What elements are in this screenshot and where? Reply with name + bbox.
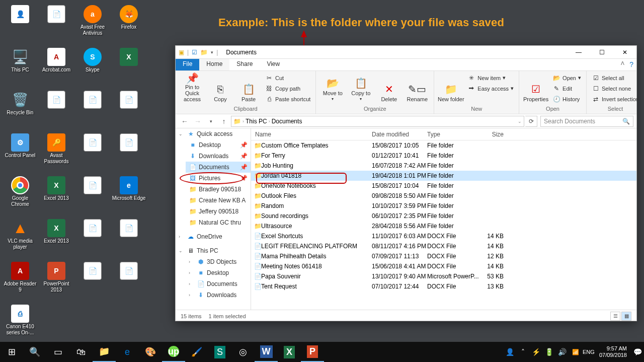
nav-downloads[interactable]: ›⬇Downloads — [186, 289, 251, 301]
nav-this-pc[interactable]: ⌄🖥This PC — [176, 245, 251, 256]
task-view-button[interactable]: ▭ — [46, 342, 69, 362]
taskbar-explorer[interactable]: 📁 — [93, 342, 116, 362]
taskbar-sway[interactable]: S — [208, 342, 231, 362]
properties-button[interactable]: ☑Properties — [522, 72, 549, 102]
col-name[interactable]: Name — [251, 131, 372, 138]
new-item-button[interactable]: ✳New item ▾ — [465, 73, 516, 83]
qat-dropdown-icon[interactable]: ▾ — [211, 50, 213, 55]
desktop-icon-recycle-bin[interactable]: 🗑️Recycle Bin — [2, 88, 38, 130]
taskbar-paint3d[interactable]: 🎨 — [139, 342, 162, 362]
rename-button[interactable]: ✎▭Rename — [404, 72, 431, 102]
history-button[interactable]: 🕘History — [550, 94, 583, 104]
select-all-button[interactable]: ☑Select all — [590, 73, 641, 83]
taskbar-store[interactable]: 🛍 — [69, 342, 93, 362]
tray-wifi-icon[interactable]: 📶 — [569, 349, 582, 355]
tray-people-icon[interactable]: 👤 — [504, 348, 517, 356]
tray-notifications-icon[interactable]: 💬 — [631, 348, 644, 356]
file-row[interactable]: 📁Sound recordings06/10/2017 2:35 PMFile … — [251, 211, 636, 221]
nav-3d-objects[interactable]: ›⬢3D Objects — [186, 256, 251, 267]
edit-button[interactable]: ✎Edit — [550, 84, 583, 93]
nav-quick-access[interactable]: ⌄★Quick access — [176, 128, 251, 139]
file-row[interactable]: 📄Meeting Notes 06141815/06/2018 4:41 AMD… — [251, 261, 636, 271]
desktop-icon-avast-passwords[interactable]: 🔑Avast Passwords — [38, 130, 74, 173]
desktop-icon[interactable]: 📄 — [111, 259, 147, 302]
desktop-icon[interactable]: 📄 — [111, 216, 147, 259]
desktop-icon-avast[interactable]: aAvast Free Antivirus — [74, 2, 111, 45]
desktop-icon-powerpoint[interactable]: PPowerPoint 2013 — [38, 259, 74, 302]
tray-volume-icon[interactable]: 🔊 — [556, 348, 569, 356]
desktop-icon[interactable]: 📄 — [74, 173, 111, 216]
refresh-button[interactable]: ⟳ — [525, 116, 537, 127]
desktop-icon[interactable]: 📄 — [74, 88, 111, 130]
open-button[interactable]: 📂Open ▾ — [550, 73, 583, 83]
copy-path-button[interactable]: ⛓Copy path — [263, 84, 312, 93]
ribbon-collapse-icon[interactable]: ᐱ — [619, 59, 626, 70]
col-type[interactable]: Type — [427, 131, 484, 138]
file-row[interactable]: 📁OneNote Notebooks15/08/2017 10:04File f… — [251, 181, 636, 191]
file-row[interactable]: 📄Tent Request07/10/2017 12:44DOCX File13… — [251, 281, 636, 292]
tray-clock[interactable]: 9:57 AM 07/09/2018 — [595, 345, 631, 358]
nav-desktop[interactable]: ›■Desktop — [186, 267, 251, 278]
tab-view[interactable]: View — [260, 59, 287, 70]
nav-folder[interactable]: 📁Jeffery 090518 — [186, 206, 251, 217]
desktop-icon[interactable]: 📄 — [74, 259, 111, 302]
forward-button[interactable]: → — [192, 116, 204, 127]
column-headers[interactable]: Name Date modified Type Size — [251, 128, 636, 140]
view-icons-button[interactable]: ▦ — [621, 312, 631, 321]
col-size[interactable]: Size — [484, 131, 514, 138]
file-row[interactable]: 📁Random10/10/2017 3:59 PMFile folder — [251, 201, 636, 211]
close-button[interactable]: ✕ — [613, 46, 636, 59]
tray-chevron-up-icon[interactable]: ˄ — [517, 348, 530, 356]
file-row[interactable]: 📁For Terry01/12/2017 10:41File folder — [251, 151, 636, 161]
desktop-icon-edge[interactable]: eMicrosoft Edge — [111, 173, 147, 216]
view-details-button[interactable]: ☰ — [610, 312, 620, 321]
chevron-down-icon[interactable]: ⌄ — [518, 119, 522, 124]
nav-onedrive[interactable]: ›☁OneDrive — [176, 231, 251, 242]
invert-selection-button[interactable]: ⇄Invert selection — [590, 94, 641, 104]
file-row[interactable]: 📁Outlook Files09/08/2018 5:50 AMFile fol… — [251, 191, 636, 201]
delete-button[interactable]: ✕Delete — [375, 72, 403, 102]
file-row[interactable]: 📁Custom Office Templates15/08/2017 10:05… — [251, 140, 636, 151]
nav-documents[interactable]: ›📄Documents — [186, 278, 251, 289]
taskbar[interactable]: ⊞ 🔍 ▭ 🛍 📁 e 🎨 up 🖌️ S ◎ W X P 👤 ˄ ⚡ 🔋 🔊 … — [0, 342, 644, 362]
search-input[interactable]: Search Documents🔍 — [540, 116, 633, 127]
desktop-icon[interactable]: 📄 — [74, 216, 111, 259]
breadcrumb[interactable]: Documents — [272, 118, 302, 125]
file-row[interactable]: 📄Papa Souvenir13/10/2017 9:40 AMMicrosof… — [251, 271, 636, 281]
taskbar-word[interactable]: W — [255, 342, 278, 362]
recent-dropdown[interactable]: ▾ — [205, 116, 217, 127]
select-none-button[interactable]: ☐Select none — [590, 84, 641, 93]
address-bar[interactable]: 📁 › This PC › Documents ⌄ — [231, 116, 524, 127]
file-row[interactable]: 📁Ultrasource28/04/2018 5:56 AMFile folde… — [251, 221, 636, 231]
desktop-icon[interactable]: 📄 — [38, 2, 74, 45]
desktop-icon[interactable]: 📄 — [111, 130, 147, 173]
desktop-icon-chrome[interactable]: Google Chrome — [2, 173, 38, 216]
desktop-icon-excel[interactable]: XExcel 2013 — [38, 173, 74, 216]
breadcrumb[interactable]: This PC — [246, 118, 267, 125]
file-row[interactable]: 📄LEGIT FREELANCING PLATFORM08/11/2017 4:… — [251, 241, 636, 251]
nav-downloads[interactable]: ⬇Downloads📌 — [186, 151, 251, 162]
tray-charging-icon[interactable]: ⚡ — [530, 348, 543, 356]
properties-icon[interactable]: ☑ — [192, 49, 197, 56]
maximize-button[interactable]: ☐ — [590, 46, 613, 59]
file-row[interactable]: 📁Jordan 04181819/04/2018 1:01 PMFile fol… — [251, 171, 636, 181]
copy-button[interactable]: ⎘Copy — [207, 72, 234, 102]
file-row[interactable]: 📄Excel Shortcuts11/10/2017 6:03 AMDOCX F… — [251, 231, 636, 241]
taskbar-paint[interactable]: 🖌️ — [185, 342, 208, 362]
nav-folder[interactable]: 📁Bradley 090518 — [186, 184, 251, 195]
tray-language[interactable]: ENG — [582, 349, 595, 355]
taskbar-edge[interactable]: e — [116, 342, 139, 362]
titlebar[interactable]: ▣ | ☑ 📁 ▾ | Documents ― ☐ ✕ — [176, 46, 636, 59]
nav-folder[interactable]: 📁Create New KB A — [186, 195, 251, 206]
tray-battery-icon[interactable]: 🔋 — [543, 348, 556, 356]
desktop-icon-this-pc[interactable]: 🖥️This PC — [2, 45, 38, 88]
start-button[interactable]: ⊞ — [0, 342, 23, 362]
move-to-button[interactable]: 📂Move to▾ — [319, 72, 346, 102]
desktop-icon[interactable]: 📄 — [38, 88, 74, 130]
nav-desktop[interactable]: ■Desktop📌 — [186, 139, 251, 151]
pin-quick-access-button[interactable]: 📌Pin to Quick access — [179, 72, 206, 102]
desktop-icon-skype[interactable]: SSkype — [74, 45, 111, 88]
taskbar-excel[interactable]: X — [278, 342, 301, 362]
desktop-icon-vlc[interactable]: ▲VLC media player — [2, 216, 38, 259]
taskbar-chrome[interactable]: ◎ — [231, 342, 255, 362]
